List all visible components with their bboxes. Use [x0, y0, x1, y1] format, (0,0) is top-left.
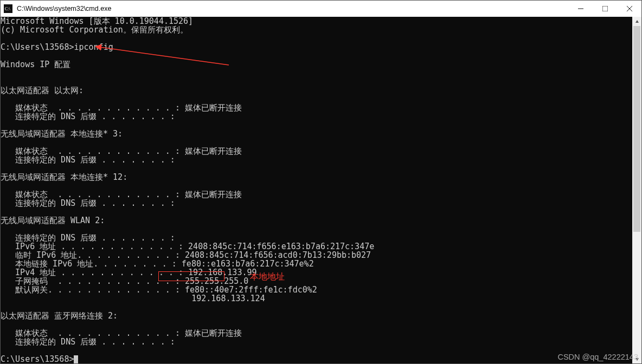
minimize-button[interactable] — [568, 1, 593, 17]
line: Windows IP 配置 — [1, 60, 70, 69]
cmd-window: C:\ C:\Windows\system32\cmd.exe Microsof… — [0, 0, 642, 364]
titlebar: C:\ C:\Windows\system32\cmd.exe — [1, 1, 641, 17]
line: 192.168.133.124 — [1, 294, 265, 303]
line: C:\Users\13568> — [1, 354, 74, 363]
line: C:\Users\13568>ipconfig — [1, 42, 113, 52]
line: (c) Microsoft Corporation。保留所有权利。 — [1, 25, 188, 35]
line: 无线局域网适配器 本地连接* 3: — [1, 129, 123, 139]
line: 以太网适配器 以太网: — [1, 86, 84, 95]
scroll-up-arrow-icon[interactable] — [632, 17, 641, 26]
svg-text:C:\: C:\ — [5, 6, 11, 11]
console-area: Microsoft Windows [版本 10.0.19044.1526] (… — [1, 17, 641, 363]
line: 无线局域网适配器 本地连接* 12: — [1, 172, 127, 182]
line: 连接特定的 DNS 后缀 . . . . . . . : — [1, 198, 175, 208]
cmd-icon: C:\ — [4, 4, 12, 13]
watermark: CSDN @qq_42222143 — [557, 353, 638, 361]
line: 无线局域网适配器 WLAN 2: — [1, 216, 105, 225]
svg-marker-6 — [635, 20, 639, 23]
vertical-scrollbar[interactable] — [632, 17, 641, 363]
line: 连接特定的 DNS 后缀 . . . . . . . : — [1, 337, 175, 347]
window-title: C:\Windows\system32\cmd.exe — [16, 5, 568, 12]
scroll-track[interactable] — [632, 26, 641, 354]
close-button[interactable] — [617, 1, 641, 17]
terminal-output[interactable]: Microsoft Windows [版本 10.0.19044.1526] (… — [1, 17, 632, 363]
scroll-thumb[interactable] — [633, 26, 640, 232]
text-cursor — [74, 355, 78, 363]
maximize-button[interactable] — [593, 1, 617, 17]
window-controls — [568, 1, 641, 17]
line: 以太网适配器 蓝牙网络连接 2: — [1, 311, 118, 321]
svg-rect-3 — [602, 6, 608, 11]
line: 连接特定的 DNS 后缀 . . . . . . . : — [1, 155, 175, 165]
line: 连接特定的 DNS 后缀 . . . . . . . : — [1, 112, 175, 121]
